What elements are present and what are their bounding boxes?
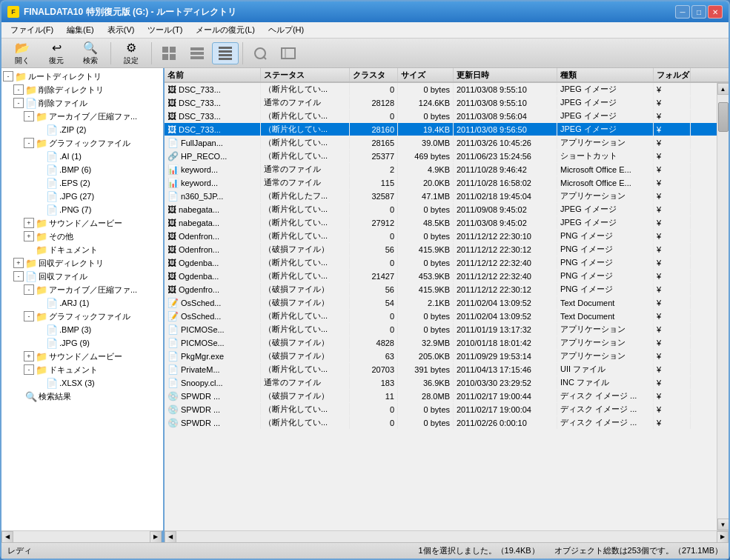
tree-item-bmp[interactable]: 📄 .BMP (6) (1, 163, 163, 176)
expand-deleted-dir[interactable]: - (13, 84, 24, 95)
table-row[interactable]: 💿SPWDR ...（破損ファイル）1128.0MB2011/02/17 19:… (165, 390, 717, 403)
table-row[interactable]: 📝OsSched...（断片化してい...00 bytes2011/02/04 … (165, 310, 717, 323)
view-btn-4[interactable] (247, 42, 273, 64)
table-row[interactable]: 📄PrivateM...（断片化してい...20703391 bytes2011… (165, 363, 717, 376)
col-header-type[interactable]: 種類 (557, 68, 654, 81)
menu-edit[interactable]: 編集(E) (61, 23, 100, 37)
restore-button[interactable]: ↩ 復元 (40, 38, 73, 68)
tree-item-rec-docs[interactable]: - 📁 ドキュメント (1, 363, 163, 376)
table-row[interactable]: 🖼Ogdenba...（断片化してい...21427453.9KB2011/12… (165, 270, 717, 283)
col-header-folder[interactable]: フォルダ (654, 68, 691, 81)
tree-item-ai[interactable]: 📄 .AI (1) (1, 150, 163, 163)
expand-rec-docs[interactable]: - (24, 364, 34, 375)
table-row[interactable]: 🖼nabegata...（断片化してい...00 bytes2011/09/08… (165, 203, 717, 216)
tree-item-search-results[interactable]: 🔍 検索結果 (1, 390, 163, 403)
expand-archive[interactable]: - (24, 111, 34, 121)
col-header-cluster[interactable]: クラスタ (350, 68, 398, 81)
menu-mail-restore[interactable]: メールの復元(L) (190, 23, 260, 37)
expand-rec-sound[interactable]: + (24, 351, 34, 361)
table-row[interactable]: 🖼DSC_733...（断片化してい...00 bytes2011/03/08 … (165, 110, 717, 123)
table-row[interactable]: 🖼Ogdenfro...（破損ファイル）56415.9KB2011/12/12 … (165, 283, 717, 296)
vertical-scrollbar[interactable]: ▲ ▼ (717, 83, 729, 530)
expand-rec-archive[interactable]: - (24, 284, 34, 295)
horizontal-scrollbar[interactable]: ◀ ▶ (165, 530, 729, 542)
tree-scroll-left[interactable]: ◀ (1, 531, 13, 543)
search-button[interactable]: 🔍 検索 (74, 38, 107, 68)
table-row[interactable]: 📄FullJapan...（断片化してい...2816539.0MB2011/0… (165, 136, 717, 150)
table-row[interactable]: 🖼nabegata...（断片化してい...2791248.5KB2011/03… (165, 216, 717, 230)
tree-item-eps[interactable]: 📄 .EPS (2) (1, 176, 163, 190)
table-row[interactable]: 📊keyword...通常のファイル11520.0KB2011/10/28 16… (165, 176, 717, 190)
open-button[interactable]: 📂 開く (6, 38, 39, 68)
tree-item-root[interactable]: - 📁 ルートディレクトリ (1, 70, 163, 83)
settings-button[interactable]: ⚙ 設定 (115, 38, 147, 68)
close-button[interactable]: ✕ (708, 5, 723, 19)
menu-view[interactable]: 表示(V) (102, 23, 141, 37)
table-row[interactable]: 📊keyword...通常のファイル24.9KB2011/10/28 9:46:… (165, 163, 717, 176)
view-btn-3[interactable] (212, 42, 239, 64)
expand-recovery-dir[interactable]: + (13, 258, 24, 268)
tree-item-other[interactable]: + 📁 その他 (1, 230, 163, 243)
file-type: PNG イメージ (560, 230, 613, 241)
tree-item-jpg[interactable]: 📄 .JPG (27) (1, 190, 163, 203)
scroll-down-button[interactable]: ▼ (717, 519, 729, 530)
view-btn-2[interactable] (184, 42, 210, 64)
expand-other[interactable]: + (24, 231, 34, 241)
tree-item-deleted-files[interactable]: - 📄 削除ファイル (1, 96, 163, 110)
tree-item-rec-jpg[interactable]: 📄 .JPG (9) (1, 336, 163, 350)
tree-item-docs[interactable]: 📁 ドキュメント (1, 243, 163, 256)
menu-file[interactable]: ファイル(F) (4, 23, 59, 37)
table-row[interactable]: 🔗HP_RECO...（断片化してい...25377469 bytes2011/… (165, 150, 717, 163)
table-row[interactable]: 🖼DSC_733...（断片化してい...2816019.4KB2011/03/… (165, 123, 717, 136)
scroll-right-button[interactable]: ▶ (717, 531, 729, 543)
tree-horizontal-scrollbar[interactable]: ◀ ▶ (1, 530, 163, 542)
expand-rec-graphics[interactable]: - (24, 311, 34, 321)
view-btn-5[interactable] (275, 42, 302, 64)
scroll-left-button[interactable]: ◀ (165, 531, 176, 543)
tree-item-xlsx[interactable]: 📄 .XLSX (3) (1, 376, 163, 390)
expand-graphics[interactable]: - (24, 138, 34, 148)
expand-recovery-files[interactable]: - (13, 271, 24, 281)
col-header-status[interactable]: ステータス (261, 68, 350, 81)
table-row[interactable]: 💿SPWDR ...（断片化してい...00 bytes2011/02/17 1… (165, 403, 717, 416)
table-row[interactable]: 📝OsSched...（破損ファイル）542.1KB2011/02/04 13:… (165, 296, 717, 310)
col-header-date[interactable]: 更新日時 (454, 68, 557, 81)
tree-item-recovery-files[interactable]: - 📄 回収ファイル (1, 270, 163, 283)
tree-item-archive[interactable]: - 📁 アーカイブ／圧縮ファ... (1, 110, 163, 123)
col-header-name[interactable]: 名前 (165, 68, 261, 81)
table-row[interactable]: 🖼DSC_733...（断片化してい...00 bytes2011/03/08 … (165, 83, 717, 96)
tree-item-zip[interactable]: 📄 .ZIP (2) (1, 123, 163, 136)
scroll-up-button[interactable]: ▲ (717, 83, 729, 95)
tree-item-png[interactable]: 📄 .PNG (7) (1, 203, 163, 216)
table-row[interactable]: 🖼Odenfron...（断片化してい...00 bytes2011/12/12… (165, 230, 717, 243)
table-row[interactable]: 📄Snoopy.cl...通常のファイル18336.9KB2010/03/30 … (165, 376, 717, 390)
table-row[interactable]: 📄n360_5JP...（断片化したフ...3258747.1MB2011/02… (165, 190, 717, 203)
expand-sound[interactable]: + (24, 218, 34, 228)
table-row[interactable]: 📄PICMOSe...（断片化してい...00 bytes2011/01/19 … (165, 323, 717, 336)
view-btn-1[interactable] (156, 42, 182, 64)
tree-item-arj[interactable]: 📄 .ARJ (1) (1, 296, 163, 310)
tree-item-rec-bmp[interactable]: 📄 .BMP (3) (1, 323, 163, 336)
table-row[interactable]: 🖼DSC_733...通常のファイル28128124.6KB2011/03/08… (165, 96, 717, 110)
table-row[interactable]: 📄PkgMgr.exe（破損ファイル）63205.0KB2011/09/29 1… (165, 350, 717, 363)
table-row[interactable]: 📄PICMOSe...（破損ファイル）482832.9MB2010/01/18 … (165, 336, 717, 350)
expand-deleted-files[interactable]: - (13, 98, 24, 108)
table-row[interactable]: 💿SPWDR ...（断片化してい...00 bytes2011/02/26 0… (165, 416, 717, 430)
tree-item-rec-archive[interactable]: - 📁 アーカイブ／圧縮ファ... (1, 283, 163, 296)
maximize-button[interactable]: □ (691, 5, 706, 19)
table-row[interactable]: 🖼Odenfron...（破損ファイル）56415.9KB2011/12/12 … (165, 243, 717, 256)
minimize-button[interactable]: ─ (675, 5, 690, 19)
tree-scroll-right[interactable]: ▶ (150, 531, 162, 543)
expand-root[interactable]: - (3, 71, 13, 81)
menu-help[interactable]: ヘルプ(H) (262, 23, 310, 37)
tree-item-deleted-dir[interactable]: - 📁 削除ディレクトリ (1, 83, 163, 96)
tree-item-graphics[interactable]: - 📁 グラフィックファイル (1, 136, 163, 150)
tree-item-sound[interactable]: + 📁 サウンド／ムービー (1, 216, 163, 230)
tree-item-recovery-dir[interactable]: + 📁 回収ディレクトリ (1, 256, 163, 270)
tree-item-rec-sound[interactable]: + 📁 サウンド／ムービー (1, 350, 163, 363)
scroll-thumb[interactable] (718, 102, 729, 132)
menu-tools[interactable]: ツール(T) (142, 23, 188, 37)
col-header-size[interactable]: サイズ (398, 68, 454, 81)
table-row[interactable]: 🖼Ogdenba...（断片化してい...00 bytes2011/12/12 … (165, 256, 717, 270)
tree-item-rec-graphics[interactable]: - 📁 グラフィックファイル (1, 310, 163, 323)
